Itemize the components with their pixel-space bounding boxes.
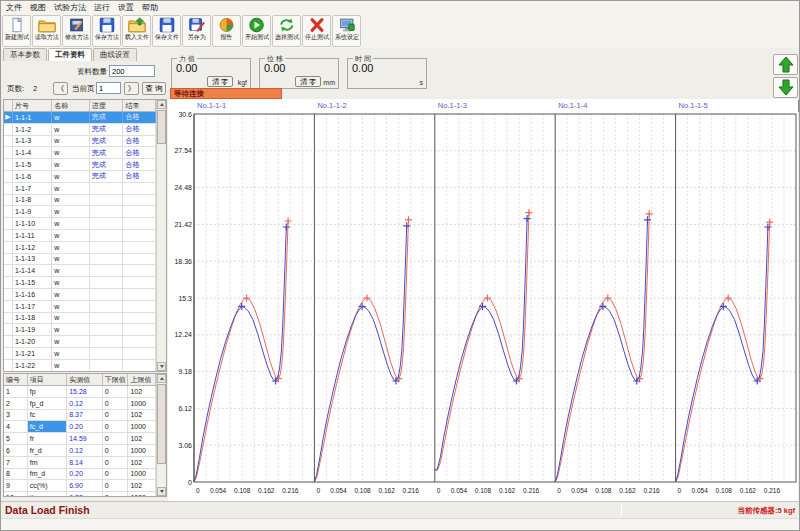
cell: 1-1-9 — [13, 206, 52, 217]
sample-row[interactable]: 1-1-16w — [4, 289, 156, 301]
result-row[interactable]: 7fm8.140102 — [4, 457, 156, 469]
result-row[interactable]: 4fc_d0.2001000 — [4, 421, 156, 433]
sample-row[interactable]: 1-1-20w — [4, 336, 156, 348]
displacement-clear-button[interactable]: 清 零 — [295, 76, 321, 87]
result-row[interactable]: 2fp_d0.1201000 — [4, 398, 156, 410]
result-row[interactable]: 1fp15.280102 — [4, 386, 156, 398]
sample-row[interactable]: 1-1-17w — [4, 301, 156, 313]
cell — [123, 254, 156, 265]
query-button[interactable]: 查 询 — [142, 82, 166, 95]
sample-row[interactable]: 1-1-9w — [4, 206, 156, 218]
report-button[interactable]: 报告 — [212, 15, 241, 47]
save-as-button[interactable]: 另存为 — [182, 15, 211, 47]
menu-item[interactable]: 帮助 — [142, 2, 166, 13]
sample-row[interactable]: 1-1-12w — [4, 242, 156, 254]
tab-curve-settings[interactable]: 曲线设置 — [93, 48, 137, 61]
toolbar-button-label: 停止测试 — [305, 33, 329, 39]
sample-row[interactable]: 1-1-13w — [4, 254, 156, 266]
menu-item[interactable]: 文件 — [6, 2, 30, 13]
cell — [90, 265, 124, 276]
sample-row[interactable]: ▶1-1-1w完成合格 — [4, 112, 156, 124]
save-method-button[interactable]: 保存方法 — [92, 15, 121, 47]
cell: 1-1-16 — [13, 289, 52, 300]
sample-table-scrollbar[interactable] — [156, 100, 166, 371]
stop-test-button[interactable]: 停止测试 — [302, 15, 331, 47]
result-row[interactable]: 9cc(%)6.900102 — [4, 480, 156, 492]
read-method-button[interactable]: 读取方法 — [32, 15, 61, 47]
cell: 1-1-13 — [13, 254, 52, 265]
green-down-arrow-icon — [777, 79, 795, 96]
start-test-button[interactable]: 开始测试 — [242, 15, 271, 47]
result-row[interactable]: 5fr14.590102 — [4, 433, 156, 445]
tab-basic-params[interactable]: 基本参数 — [3, 48, 47, 61]
toolbar-button-label: 保存文件 — [155, 33, 179, 39]
scroll-down-arrow-icon[interactable] — [157, 487, 166, 496]
sample-row[interactable]: 1-1-18w — [4, 313, 156, 325]
cell: 1-1-4 — [13, 147, 52, 158]
result-table-scrollbar[interactable] — [156, 374, 166, 496]
menu-item[interactable]: 运行 — [94, 2, 118, 13]
sample-row[interactable]: 1-1-7w — [4, 183, 156, 195]
row-indicator — [4, 336, 13, 347]
result-row[interactable]: 10tt0.2301000 — [4, 492, 156, 496]
current-page-input[interactable] — [96, 82, 121, 94]
result-table: 编号项目实测值下限值上限值1fp15.2801022fp_d0.12010003… — [3, 373, 167, 497]
jog-down-button[interactable] — [773, 77, 798, 98]
menubar: 文件视图试验方法运行设置帮助 — [1, 1, 799, 14]
cell — [90, 195, 124, 206]
new-test-button[interactable]: 新建测试 — [2, 15, 31, 47]
cell: w — [52, 147, 90, 158]
sample-row[interactable]: 1-1-19w — [4, 324, 156, 336]
cell: w — [52, 289, 90, 300]
data-count-input[interactable] — [109, 65, 155, 77]
load-file-button[interactable]: 载入文件 — [122, 15, 151, 47]
toolbar-button-label: 报告 — [221, 33, 233, 39]
select-test-button[interactable]: 选择测试 — [272, 15, 301, 47]
menu-item[interactable]: 试验方法 — [54, 2, 94, 13]
sample-row[interactable]: 1-1-4w完成合格 — [4, 147, 156, 159]
row-indicator — [4, 218, 13, 229]
menu-item[interactable]: 视图 — [30, 2, 54, 13]
save-file-button[interactable]: 保存文件 — [152, 15, 181, 47]
sample-row[interactable]: 1-1-21w — [4, 348, 156, 360]
modify-method-button[interactable]: 修改方法 — [62, 15, 91, 47]
column-header: 上限值 — [128, 374, 156, 385]
x-tick-label: 0.108 — [354, 487, 371, 494]
cell: 0 — [103, 433, 129, 444]
cell: 合格 — [123, 136, 156, 147]
status-divider — [621, 504, 622, 516]
force-clear-button[interactable]: 清 零 — [207, 76, 233, 87]
sample-row[interactable]: 1-1-5w完成合格 — [4, 159, 156, 171]
sample-row[interactable]: 1-1-6w完成合格 — [4, 171, 156, 183]
cell — [123, 348, 156, 359]
panel-title: No.1-1-1 — [197, 101, 226, 110]
column-header: 名称 — [52, 100, 90, 111]
sample-row[interactable]: 1-1-11w — [4, 230, 156, 242]
result-row[interactable]: 3fc8.370102 — [4, 410, 156, 422]
next-page-button[interactable]: 》 — [124, 82, 139, 95]
result-row[interactable]: 6fr_d0.1201000 — [4, 445, 156, 457]
system-setting-button[interactable]: 系统设定 — [332, 15, 361, 47]
scroll-down-arrow-icon[interactable] — [157, 362, 166, 371]
cell: 1 — [4, 386, 28, 397]
scroll-up-arrow-icon[interactable] — [157, 374, 166, 383]
scrollbar-thumb[interactable] — [157, 110, 166, 144]
jog-up-button[interactable] — [773, 54, 798, 75]
toolbar-button-label: 载入文件 — [125, 33, 149, 39]
prev-page-button[interactable]: 《 — [53, 82, 68, 95]
sample-row[interactable]: 1-1-10w — [4, 218, 156, 230]
sample-row[interactable]: 1-1-15w — [4, 277, 156, 289]
scroll-up-arrow-icon[interactable] — [157, 100, 166, 109]
row-indicator — [4, 360, 13, 371]
menu-item[interactable]: 设置 — [118, 2, 142, 13]
sample-row[interactable]: 1-1-8w — [4, 195, 156, 207]
sample-row[interactable]: 1-1-14w — [4, 265, 156, 277]
tab-workpiece-data[interactable]: 工件资料 — [48, 48, 92, 61]
cell: 合格 — [123, 124, 156, 135]
scrollbar-thumb[interactable] — [157, 384, 166, 464]
result-row[interactable]: 8fm_d0.2001000 — [4, 469, 156, 481]
sample-row[interactable]: 1-1-2w完成合格 — [4, 124, 156, 136]
sample-row[interactable]: 1-1-3w完成合格 — [4, 136, 156, 148]
sample-row[interactable]: 1-1-22w — [4, 360, 156, 371]
x-tick-label: 0 — [678, 487, 682, 494]
